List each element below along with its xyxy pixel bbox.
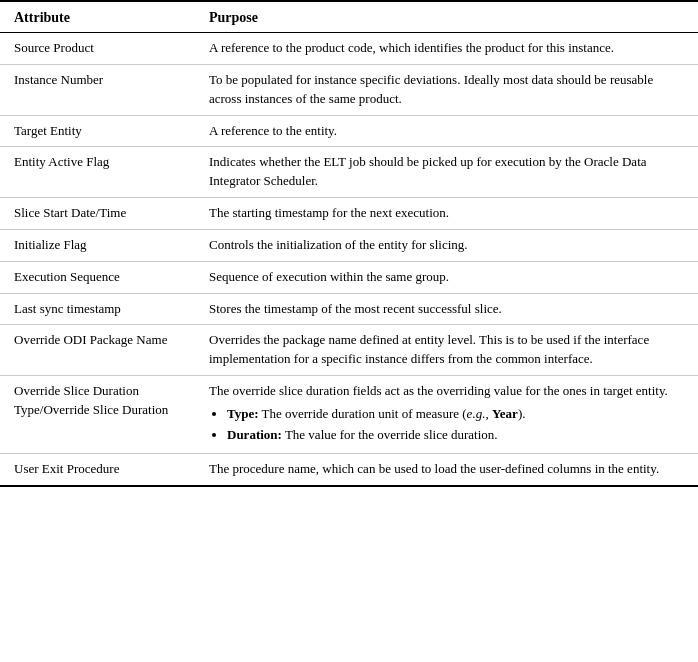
attribute-cell: Instance Number xyxy=(0,64,195,115)
table-row: Initialize FlagControls the initializati… xyxy=(0,229,698,261)
table-row: Target EntityA reference to the entity. xyxy=(0,115,698,147)
attribute-cell: Override ODI Package Name xyxy=(0,325,195,376)
purpose-cell: Controls the initialization of the entit… xyxy=(195,229,698,261)
attribute-column-header: Attribute xyxy=(0,2,195,33)
table-row: User Exit ProcedureThe procedure name, w… xyxy=(0,453,698,484)
purpose-column-header: Purpose xyxy=(195,2,698,33)
attribute-cell: Initialize Flag xyxy=(0,229,195,261)
table-row: Slice Start Date/TimeThe starting timest… xyxy=(0,198,698,230)
main-table-container: Attribute Purpose Source ProductA refere… xyxy=(0,0,698,487)
purpose-cell: Overrides the package name defined at en… xyxy=(195,325,698,376)
table-row: Execution SequenceSequence of execution … xyxy=(0,261,698,293)
table-row: Entity Active FlagIndicates whether the … xyxy=(0,147,698,198)
purpose-cell: The override slice duration fields act a… xyxy=(195,376,698,454)
attribute-cell: Last sync timestamp xyxy=(0,293,195,325)
attribute-cell: Entity Active Flag xyxy=(0,147,195,198)
table-row: Override ODI Package NameOverrides the p… xyxy=(0,325,698,376)
attribute-cell: Source Product xyxy=(0,33,195,65)
purpose-cell: Sequence of execution within the same gr… xyxy=(195,261,698,293)
table-row: Instance NumberTo be populated for insta… xyxy=(0,64,698,115)
purpose-cell: The starting timestamp for the next exec… xyxy=(195,198,698,230)
attribute-cell: Override Slice Duration Type/Override Sl… xyxy=(0,376,195,454)
purpose-cell: Indicates whether the ELT job should be … xyxy=(195,147,698,198)
table-row: Last sync timestampStores the timestamp … xyxy=(0,293,698,325)
attribute-cell: Target Entity xyxy=(0,115,195,147)
table-row: Override Slice Duration Type/Override Sl… xyxy=(0,376,698,454)
attribute-cell: User Exit Procedure xyxy=(0,453,195,484)
table-row: Source ProductA reference to the product… xyxy=(0,33,698,65)
purpose-cell: The procedure name, which can be used to… xyxy=(195,453,698,484)
attribute-cell: Slice Start Date/Time xyxy=(0,198,195,230)
attributes-table: Attribute Purpose Source ProductA refere… xyxy=(0,2,698,485)
purpose-cell: Stores the timestamp of the most recent … xyxy=(195,293,698,325)
list-item: Type: The override duration unit of meas… xyxy=(227,405,688,424)
purpose-cell: A reference to the product code, which i… xyxy=(195,33,698,65)
list-item: Duration: The value for the override sli… xyxy=(227,426,688,445)
attribute-cell: Execution Sequence xyxy=(0,261,195,293)
purpose-cell: To be populated for instance specific de… xyxy=(195,64,698,115)
table-header-row: Attribute Purpose xyxy=(0,2,698,33)
purpose-intro: The override slice duration fields act a… xyxy=(209,383,668,398)
purpose-cell: A reference to the entity. xyxy=(195,115,698,147)
bullet-list: Type: The override duration unit of meas… xyxy=(209,405,688,445)
